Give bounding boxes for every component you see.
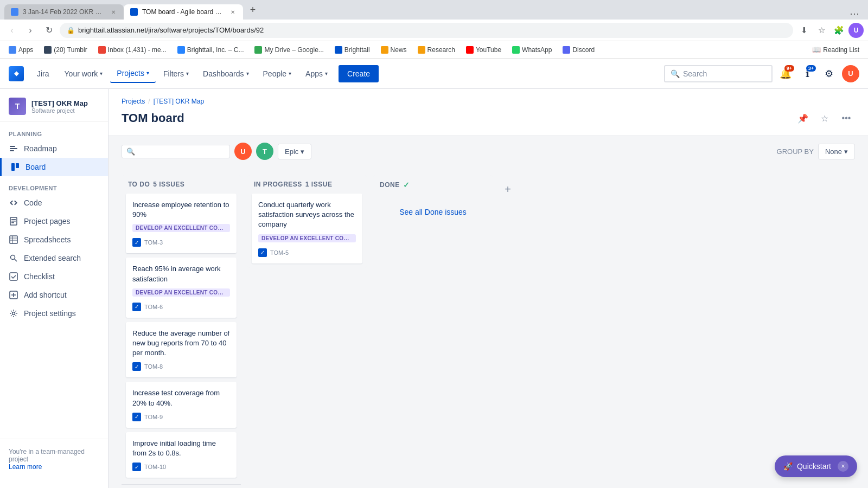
topbar-nav-jira[interactable]: Jira [30, 65, 56, 82]
settings-icon [9, 309, 18, 318]
bookmark-drive[interactable]: My Drive – Google... [250, 44, 328, 56]
browser-tab-jira[interactable]: TOM board - Agile board – Jira ✕ [124, 4, 243, 20]
bookmark-research[interactable]: Research [413, 44, 459, 56]
bookmark-favicon-whatsapp [512, 46, 520, 54]
sidebar-item-code[interactable]: Code [0, 194, 108, 212]
sidebar-item-board[interactable]: Board [0, 158, 108, 176]
bookmark-discord[interactable]: Discord [558, 44, 599, 56]
extension-icon[interactable]: 🧩 [831, 23, 846, 38]
sidebar-label-extended-search: Extended search [24, 254, 81, 262]
svg-point-19 [12, 312, 15, 315]
breadcrumb-project-link[interactable]: [TEST] OKR Map [154, 98, 204, 105]
card-tom5[interactable]: Conduct quarterly work satisfaction surv… [252, 194, 362, 264]
sidebar-item-roadmap[interactable]: Roadmap [0, 139, 108, 158]
topbar-nav-people[interactable]: People ▾ [257, 65, 298, 82]
back-button[interactable]: ‹ [4, 23, 20, 38]
nav-label-dashboards: Dashboards [203, 69, 244, 78]
chevron-apps: ▾ [325, 70, 328, 76]
card-title-tom10: Improve initial loading time from 2s to … [132, 439, 230, 458]
topbar-nav-projects[interactable]: Projects ▾ [110, 65, 156, 83]
card-type-icon-tom9: ✓ [132, 413, 141, 421]
learn-more-link[interactable]: Learn more [9, 463, 99, 471]
project-icon-letter: T [15, 102, 20, 111]
card-tom3[interactable]: Increase employee retention to 90% DEVEL… [126, 194, 237, 253]
card-footer-tom3: ✓ TOM-3 [132, 238, 230, 247]
create-issue-todo[interactable]: + + Create issue [122, 484, 241, 488]
tab-close-jira[interactable]: ✕ [229, 8, 237, 16]
epic-filter[interactable]: Epic ▾ [278, 144, 311, 159]
reading-list[interactable]: 📖 Reading List [808, 43, 864, 56]
search-box[interactable]: 🔍 Search [664, 65, 773, 82]
sidebar-item-project-pages[interactable]: Project pages [0, 212, 108, 230]
topbar-nav-your-work[interactable]: Your work ▾ [58, 65, 110, 82]
info-button[interactable]: ℹ 3+ [799, 65, 816, 82]
card-tom10[interactable]: Improve initial loading time from 2s to … [126, 432, 237, 478]
tab-close-cycle[interactable]: ✕ [110, 8, 117, 16]
sidebar-item-add-shortcut[interactable]: Add shortcut [0, 286, 108, 304]
card-tom9[interactable]: Increase test coverage from 20% to 40%. … [126, 382, 237, 427]
card-footer-tom5: ✓ TOM-5 [258, 248, 356, 257]
pin-icon[interactable]: 📌 [794, 110, 812, 127]
reload-button[interactable]: ↻ [41, 23, 56, 38]
bookmark-whatsapp[interactable]: WhatsApp [508, 44, 556, 56]
sidebar-item-spreadsheets[interactable]: Spreadsheets [0, 230, 108, 249]
url-bar[interactable]: 🔒 brighttail.atlassian.net/jira/software… [60, 23, 793, 38]
bookmarks-bar: Apps (20) Tumblr Inbox (1,431) - me... B… [0, 41, 868, 59]
bookmark-youtube[interactable]: YouTube [462, 44, 506, 56]
avatar-user2[interactable]: T [256, 143, 273, 160]
add-shortcut-icon [9, 290, 18, 300]
avatar-user1[interactable]: U [234, 143, 252, 160]
quickstart-button[interactable]: 🚀 Quickstart × [775, 455, 857, 477]
info-badge: 3+ [806, 65, 816, 72]
sidebar-item-project-settings[interactable]: Project settings [0, 304, 108, 323]
quickstart-close-button[interactable]: × [838, 461, 848, 472]
star-icon[interactable]: ☆ [816, 110, 833, 127]
topbar-nav-filters[interactable]: Filters ▾ [157, 65, 195, 82]
browser-toolbar-icons: ⬇ ☆ 🧩 U [796, 23, 864, 38]
download-icon[interactable]: ⬇ [796, 23, 812, 38]
breadcrumb-projects-link[interactable]: Projects [122, 98, 145, 105]
create-button[interactable]: Create [339, 65, 379, 82]
bookmark-apps[interactable]: Apps [4, 44, 37, 56]
user-avatar-topbar[interactable]: U [842, 65, 859, 82]
svg-rect-8 [11, 222, 14, 223]
bookmark-gmail[interactable]: Inbox (1,431) - me... [94, 44, 171, 56]
column-count-inprogress: 1 ISSUE [305, 181, 333, 188]
card-tom6[interactable]: Reach 95% in average work satisfaction D… [126, 258, 237, 317]
settings-button[interactable]: ⚙ [820, 65, 838, 82]
new-tab-button[interactable]: + [245, 2, 260, 17]
bookmark-icon[interactable]: ☆ [814, 23, 829, 38]
bookmark-news[interactable]: News [376, 44, 411, 56]
reading-list-icon: 📖 [812, 46, 821, 54]
card-epic-tom6: DEVELOP AN EXCELLENT COMP... [132, 288, 230, 297]
browser-toolbar: ‹ › ↻ 🔒 brighttail.atlassian.net/jira/so… [0, 20, 868, 41]
roadmap-icon [9, 144, 18, 153]
card-type-icon-tom8: ✓ [132, 362, 141, 371]
svg-rect-4 [16, 163, 19, 168]
more-actions-icon[interactable]: ••• [838, 110, 855, 127]
browser-controls: ⋯ [850, 8, 864, 20]
bookmark-favicon-research [418, 46, 425, 54]
epic-filter-label: Epic [285, 147, 298, 156]
board-search-input[interactable] [138, 147, 225, 156]
sidebar-item-extended-search[interactable]: Extended search [0, 249, 108, 267]
jira-logo: ◆ [9, 66, 24, 81]
group-by-select[interactable]: None ▾ [818, 144, 855, 159]
column-title-inprogress: IN PROGRESS [254, 181, 302, 188]
add-column-button[interactable]: + [499, 181, 516, 198]
board-search[interactable]: 🔍 [122, 145, 230, 158]
topbar-nav-dashboards[interactable]: Dashboards ▾ [196, 65, 256, 82]
topbar-nav-apps[interactable]: Apps ▾ [299, 65, 334, 82]
notifications-button[interactable]: 🔔 9+ [777, 65, 794, 82]
browser-tab-cycle[interactable]: 3 Jan-14 Feb 2022 OKR Cycle ✕ [4, 4, 124, 20]
card-tom8[interactable]: Reduce the average number of new bug rep… [126, 322, 237, 378]
see-done-link[interactable]: See all Done issues [399, 208, 467, 216]
tab-label-jira: TOM board - Agile board – Jira [142, 8, 222, 16]
bookmark-brighttail[interactable]: Brighttail [330, 44, 374, 56]
profile-icon[interactable]: U [848, 23, 864, 38]
sidebar-item-checklist[interactable]: Checklist [0, 267, 108, 286]
team-managed-text: You're in a team-managed project [9, 448, 99, 463]
bookmark-brighttail-c[interactable]: Brighttail, Inc. – C... [173, 44, 248, 56]
forward-button[interactable]: › [23, 23, 38, 38]
bookmark-tumblr[interactable]: (20) Tumblr [40, 44, 91, 56]
